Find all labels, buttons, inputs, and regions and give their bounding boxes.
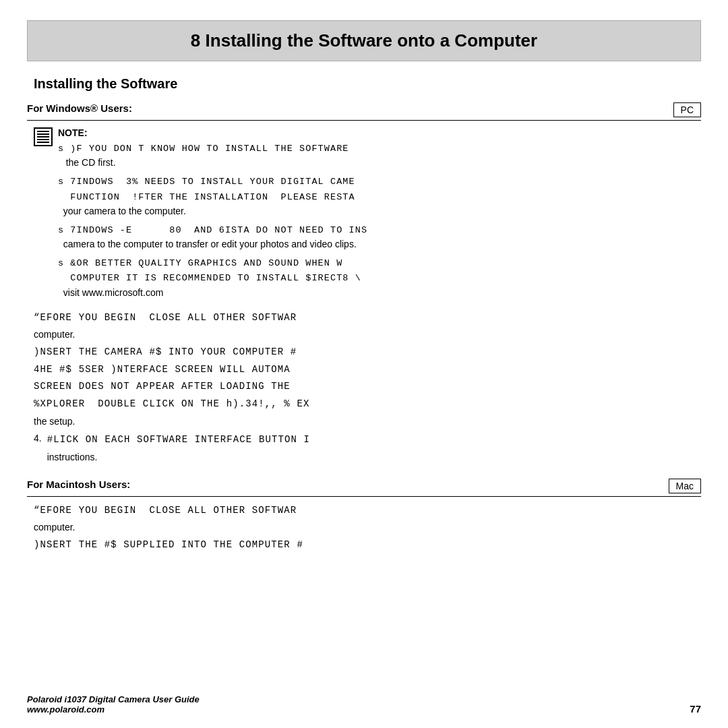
chapter-number: 8 [191,30,200,51]
mac-subsection: For Macintosh Users: Mac “EFORE YOU BEGI… [27,479,701,553]
chapter-title: 8 Installing the Software onto a Compute… [41,30,687,51]
note-bullet-1-text: s )F YOU DON T KNOW HOW TO INSTALL THE S… [58,144,349,154]
page: 8 Installing the Software onto a Compute… [0,0,728,728]
windows-subsection-header: For Windows® Users: PC [27,102,701,121]
mac-step-insert: )NSERT THE #$ SUPPLIED INTO THE COMPUTER… [34,538,701,553]
step-insert: )NSERT THE CAMERA #$ INTO YOUR COMPUTER … [34,345,701,360]
step-4-cont: instructions. [47,450,310,465]
step-screen: SCREEN DOES NOT APPEAR AFTER LOADING THE [34,380,701,394]
note-bullet-list: s )F YOU DON T KNOW HOW TO INSTALL THE S… [58,141,701,300]
section-title: Installing the Software [34,76,701,92]
footer-brand: Polaroid i1037 Digital Camera User Guide [27,694,200,704]
step-explorer-cont: the setup. [34,415,701,429]
mac-badge: Mac [669,479,701,493]
note-label: NOTE: [58,127,701,138]
mac-step-before: “EFORE YOU BEGIN CLOSE ALL OTHER SOFTWAR [34,504,701,518]
note-bullet-3-text: s 7INDOWS -E 80 AND 6ISTA DO NOT NEED TO… [58,225,367,235]
note-block: NOTE: s )F YOU DON T KNOW HOW TO INSTALL… [34,127,701,304]
note-bullet-2-cont2: your camera to the computer. [58,206,186,216]
windows-subsection: For Windows® Users: PC NOTE: s )F YOU DO… [27,102,701,468]
note-bullet-4: s &OR BETTER QUALITY GRAPHICS AND SOUND … [58,255,701,300]
note-content: NOTE: s )F YOU DON T KNOW HOW TO INSTALL… [58,127,701,304]
chapter-title-text: Installing the Software onto a Computer [206,30,538,51]
step-4-text: #LICK ON EACH SOFTWARE INTERFACE BUTTON … [47,433,310,448]
step-before: “EFORE YOU BEGIN CLOSE ALL OTHER SOFTWAR [34,311,701,326]
note-bullet-3-cont: camera to the computer to transfer or ed… [58,239,357,249]
note-bullet-2: s 7INDOWS 3% NEEDS TO INSTALL YOUR DIGIT… [58,174,701,218]
note-bullet-2-text: s 7INDOWS 3% NEEDS TO INSTALL YOUR DIGIT… [58,177,355,187]
note-bullet-4-cont2: visit www.microsoft.com [58,287,163,298]
note-bullet-4-text: s &OR BETTER QUALITY GRAPHICS AND SOUND … [58,258,342,268]
windows-steps: “EFORE YOU BEGIN CLOSE ALL OTHER SOFTWAR… [34,311,701,468]
step-interface: 4HE #$ 5SER )NTERFACE SCREEN WILL AUTOMA [34,363,701,377]
note-bullet-4-cont: COMPUTER IT IS RECOMMENDED TO INSTALL $I… [58,273,361,283]
footer-page-number: 77 [690,703,701,715]
note-bullet-1: s )F YOU DON T KNOW HOW TO INSTALL THE S… [58,141,701,170]
step-4-wrapper: 4. #LICK ON EACH SOFTWARE INTERFACE BUTT… [34,433,701,467]
note-icon [34,127,53,146]
note-bullet-2-cont: FUNCTION !FTER THE INSTALLATION PLEASE R… [58,192,355,202]
windows-label: For Windows® Users: [27,102,132,114]
mac-label: For Macintosh Users: [27,479,130,490]
footer-left: Polaroid i1037 Digital Camera User Guide… [27,694,200,715]
step-4-content: #LICK ON EACH SOFTWARE INTERFACE BUTTON … [47,433,310,467]
footer-website: www.polaroid.com [27,704,200,715]
step-before-cont: computer. [34,328,701,342]
chapter-header: 8 Installing the Software onto a Compute… [27,20,701,61]
mac-step-before-cont: computer. [34,520,701,535]
note-bullet-3: s 7INDOWS -E 80 AND 6ISTA DO NOT NEED TO… [58,222,701,251]
mac-steps: “EFORE YOU BEGIN CLOSE ALL OTHER SOFTWAR… [34,504,701,553]
step-explorer: %XPLORER DOUBLE CLICK ON THE h).34!,, % … [34,397,701,412]
pc-badge: PC [673,102,701,117]
step-4-num: 4. [34,433,42,467]
footer: Polaroid i1037 Digital Camera User Guide… [27,694,701,715]
mac-subsection-header: For Macintosh Users: Mac [27,479,701,497]
note-bullet-1-cont: the CD first. [58,157,116,168]
